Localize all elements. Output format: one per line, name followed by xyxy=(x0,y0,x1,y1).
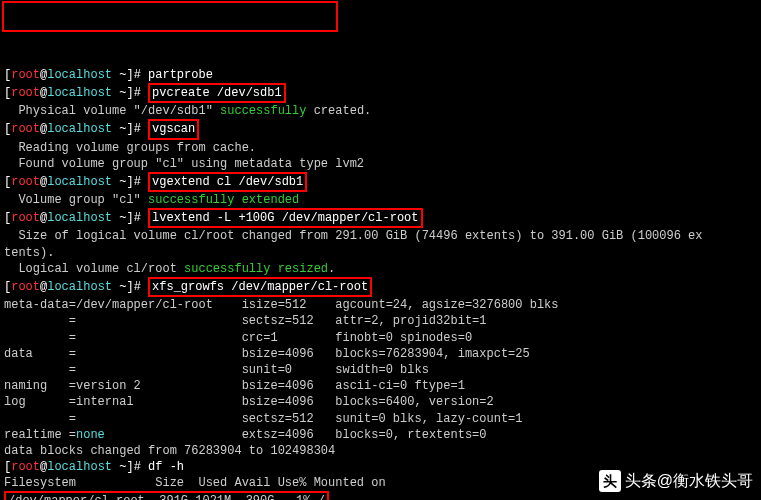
output-line: tents). xyxy=(4,245,757,261)
cmd-vgscan: vgscan xyxy=(148,119,199,139)
output-line: = crc=1 finobt=0 spinodes=0 xyxy=(4,330,757,346)
toutiao-icon: 头 xyxy=(599,470,621,492)
output-line: = sectsz=512 sunit=0 blks, lazy-count=1 xyxy=(4,411,757,427)
output-line: data = bsize=4096 blocks=76283904, imaxp… xyxy=(4,346,757,362)
output-line: Physical volume "/dev/sdb1" successfully… xyxy=(4,103,757,119)
watermark-name: 衡水铁头哥 xyxy=(673,472,753,489)
output-line: realtime =none extsz=4096 blocks=0, rtex… xyxy=(4,427,757,443)
terminal-output: [root@localhost ~]# partprobe[root@local… xyxy=(4,67,757,500)
output-line: meta-data=/dev/mapper/cl-root isize=512 … xyxy=(4,297,757,313)
watermark: 头 头条@衡水铁头哥 xyxy=(599,470,753,492)
cmd-pvcreate: pvcreate /dev/sdb1 xyxy=(148,83,286,103)
output-line: = sunit=0 swidth=0 blks xyxy=(4,362,757,378)
output-line: Size of logical volume cl/root changed f… xyxy=(4,228,757,244)
cmd-partprobe: partprobe xyxy=(148,68,213,82)
output-line: log =internal bsize=4096 blocks=6400, ve… xyxy=(4,394,757,410)
output-line: data blocks changed from 76283904 to 102… xyxy=(4,443,757,459)
output-line: = sectsz=512 attr=2, projid32bit=1 xyxy=(4,313,757,329)
cmd-lvextend: lvextend -L +100G /dev/mapper/cl-root xyxy=(148,208,422,228)
highlight-box-top xyxy=(2,1,338,32)
df-root-row: /dev/mapper/cl-root 391G 1021M 390G 1% / xyxy=(4,491,329,500)
watermark-prefix: 头条 xyxy=(625,472,657,489)
output-line: Logical volume cl/root successfully resi… xyxy=(4,261,757,277)
output-line: Reading volume groups from cache. xyxy=(4,140,757,156)
cmd-vgextend: vgextend cl /dev/sdb1 xyxy=(148,172,307,192)
cmd-xfsgrowfs: xfs_growfs /dev/mapper/cl-root xyxy=(148,277,372,297)
cmd-dfh: df -h xyxy=(148,460,184,474)
output-line: Found volume group "cl" using metadata t… xyxy=(4,156,757,172)
watermark-at: @ xyxy=(657,472,673,489)
output-line: Volume group "cl" successfully extended xyxy=(4,192,757,208)
output-line: naming =version 2 bsize=4096 ascii-ci=0 … xyxy=(4,378,757,394)
